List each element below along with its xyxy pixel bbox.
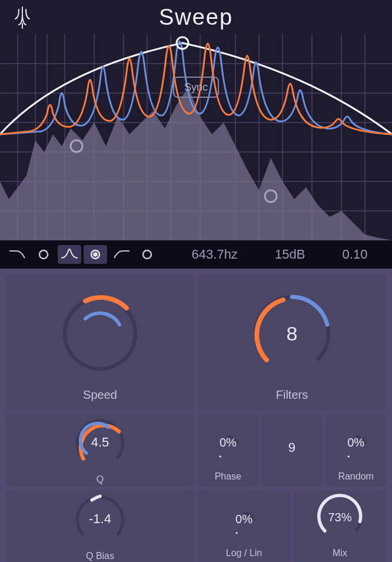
spectrum-graph[interactable] [0,34,392,240]
sync-button[interactable]: Sync [173,77,219,98]
readout-gain[interactable]: 15dB [275,247,305,262]
brand-logo-icon [12,6,33,32]
mix-label: Mix [333,548,347,558]
speed-knob[interactable] [50,283,150,384]
filter-type-highpass-circle[interactable] [135,245,159,264]
knob-panel: Sync Speed 8 Filters [0,269,392,562]
filter-type-lowpass[interactable] [6,245,29,264]
filter-type-peak[interactable] [58,245,81,264]
plugin-title: Sweep [0,5,392,30]
random-label: Random [338,471,373,482]
header: Sweep [0,0,392,34]
mix-knob-cell: 73% Mix [294,490,386,562]
speed-label: Speed [83,388,117,402]
qbias-label: Q Bias [86,551,114,561]
qbias-knob-cell: -1.4 Q Bias [6,490,194,562]
center-value: 9 [288,440,295,455]
svg-point-28 [235,532,237,534]
filter-type-lowpass-circle[interactable] [32,245,55,264]
readout-q[interactable]: 0.10 [343,247,368,262]
svg-point-27 [347,455,349,457]
filters-label: Filters [276,388,308,402]
filter-type-bar: 643.7hz 15dB 0.10 [0,240,392,269]
spectrum-fill [0,87,392,240]
svg-point-21 [39,250,48,259]
loglin-label: Log / Lin [226,548,262,558]
q-value: 4.5 [91,435,109,450]
speed-knob-cell: Speed [6,275,194,410]
svg-point-23 [94,253,97,256]
q-knob-cell: 4.5 Q [6,414,194,487]
filter-type-highpass[interactable] [109,245,133,264]
mix-value: 73% [328,511,351,524]
filters-knob-cell: 8 Filters [198,275,386,410]
loglin-value: 0% [235,513,253,526]
random-knob-cell: 0% Random [325,414,386,487]
q-label: Q [97,474,104,485]
readout-freq[interactable]: 643.7hz [192,247,238,262]
phase-label: Phase [215,471,241,482]
qbias-value: -1.4 [89,511,111,527]
phase-knob-cell: 0% Phase [198,414,258,487]
filter-type-peak-circle[interactable] [84,245,107,264]
loglin-knob-cell: 0% Log / Lin [198,490,290,562]
svg-point-24 [143,250,151,259]
filter-readout: 643.7hz 15dB 0.10 [161,247,386,262]
center-value-cell[interactable]: 9 [262,414,323,487]
phase-value: 0% [220,436,237,449]
svg-point-26 [220,455,221,457]
filters-value: 8 [287,322,298,345]
random-value: 0% [347,436,364,449]
